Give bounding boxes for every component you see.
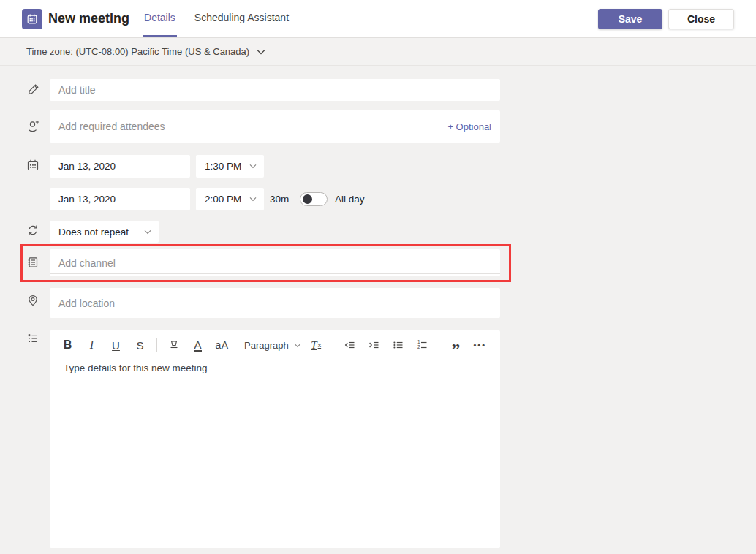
clear-format-icon[interactable]: Tx xyxy=(304,335,328,355)
end-time-value: 2:00 PM xyxy=(196,194,241,205)
chevron-down-icon xyxy=(144,229,151,235)
all-day-toggle[interactable] xyxy=(300,192,328,206)
timezone-selector[interactable]: Time zone: (UTC-08:00) Pacific Time (US … xyxy=(0,38,756,66)
meeting-details-editor[interactable]: B I U S A aA Paragraph Tx xyxy=(50,330,500,548)
paragraph-style-dropdown[interactable]: Paragraph xyxy=(241,335,304,355)
end-date-input[interactable]: Jan 13, 2020 xyxy=(50,188,190,210)
duration-label: 30m xyxy=(270,188,289,210)
title-placeholder: Add title xyxy=(50,84,96,96)
chevron-down-icon xyxy=(249,164,257,169)
toggle-knob xyxy=(303,194,312,204)
person-add-icon xyxy=(26,119,40,133)
date-picker-icon xyxy=(26,159,39,172)
all-day-label: All day xyxy=(335,188,365,210)
more-icon[interactable]: ••• xyxy=(468,335,492,355)
underline-button[interactable]: U xyxy=(104,335,128,355)
chevron-down-icon xyxy=(294,343,301,348)
header-tabs: Details Scheduling Assistant xyxy=(143,0,306,37)
add-optional-attendees-link[interactable]: + Optional xyxy=(447,121,491,132)
timezone-label: Time zone: (UTC-08:00) Pacific Time (US … xyxy=(26,46,249,57)
meeting-calendar-icon xyxy=(22,9,42,29)
channel-placeholder: Add channel xyxy=(50,257,116,269)
toolbar-divider xyxy=(156,338,157,352)
tab-scheduling-assistant[interactable]: Scheduling Assistant xyxy=(193,0,290,37)
font-size-button[interactable]: aA xyxy=(210,335,234,355)
pencil-icon xyxy=(27,83,40,96)
bullet-list-icon[interactable] xyxy=(386,335,410,355)
highlighter-icon[interactable] xyxy=(162,335,186,355)
svg-text:2: 2 xyxy=(417,344,420,349)
agenda-icon xyxy=(26,332,39,345)
repeat-dropdown[interactable]: Does not repeat xyxy=(50,221,159,243)
chevron-down-icon xyxy=(249,197,257,202)
strikethrough-button[interactable]: S xyxy=(128,335,152,355)
channel-icon xyxy=(26,256,39,269)
svg-text:1: 1 xyxy=(417,339,420,344)
location-icon xyxy=(26,294,39,307)
chevron-down-icon xyxy=(257,49,265,55)
start-time-dropdown[interactable]: 1:30 PM xyxy=(196,155,264,178)
toolbar-divider xyxy=(333,338,333,352)
required-attendees-input[interactable]: Add required attendees + Optional xyxy=(50,110,500,143)
start-date-value: Jan 13, 2020 xyxy=(50,161,116,172)
save-button[interactable]: Save xyxy=(598,9,662,29)
italic-button[interactable]: I xyxy=(80,335,104,355)
numbered-list-icon[interactable]: 1 2 xyxy=(410,335,434,355)
bold-button[interactable]: B xyxy=(56,335,80,355)
attendees-placeholder: Add required attendees xyxy=(50,121,165,132)
close-button[interactable]: Close xyxy=(668,9,734,29)
location-placeholder: Add location xyxy=(50,297,115,309)
end-time-dropdown[interactable]: 2:00 PM xyxy=(196,188,264,210)
font-color-button[interactable]: A xyxy=(186,335,210,355)
end-date-value: Jan 13, 2020 xyxy=(50,194,116,205)
page-title: New meeting xyxy=(48,11,129,26)
formatting-toolbar: B I U S A aA Paragraph Tx xyxy=(56,334,500,356)
header-spacer xyxy=(306,0,598,37)
start-date-input[interactable]: Jan 13, 2020 xyxy=(50,155,190,178)
title-input[interactable]: Add title xyxy=(50,79,500,101)
toolbar-divider xyxy=(439,338,439,352)
paragraph-label: Paragraph xyxy=(244,340,289,351)
location-input[interactable]: Add location xyxy=(50,288,500,318)
new-meeting-window: New meeting Details Scheduling Assistant… xyxy=(0,0,756,554)
repeat-value: Does not repeat xyxy=(50,227,129,238)
outdent-icon[interactable] xyxy=(338,335,362,355)
channel-input[interactable]: Add channel xyxy=(50,249,500,276)
indent-icon[interactable] xyxy=(362,335,386,355)
details-placeholder: Type details for this new meeting xyxy=(64,363,208,373)
repeat-icon xyxy=(26,224,39,237)
start-time-value: 1:30 PM xyxy=(196,161,241,172)
tab-details[interactable]: Details xyxy=(143,0,177,37)
quote-icon[interactable]: ” xyxy=(444,330,468,360)
header: New meeting Details Scheduling Assistant… xyxy=(0,0,756,38)
